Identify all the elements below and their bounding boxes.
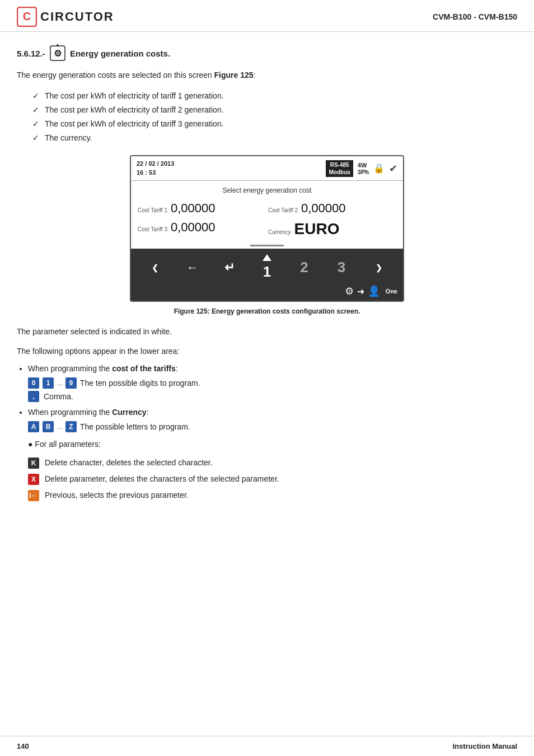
arrow-right-icon: ➜ [357, 286, 364, 297]
cost-tariff3-label: Cost Tariff 3 [138, 226, 167, 232]
key-k: K [28, 458, 39, 469]
letter-keys-row: A B ... Z The possible letters to progra… [28, 421, 517, 432]
kp-3[interactable]: 3 [331, 259, 352, 276]
key-b: B [43, 421, 54, 432]
cost-tariff1-label: Cost Tariff 1 [138, 207, 167, 213]
cost-tariff2-field: Cost Tariff 2 0,00000 [268, 201, 396, 216]
icon-item-delete-param: X Delete parameter, deletes the characte… [28, 473, 517, 485]
screen-main: Select energy generation cost Cost Tarif… [131, 181, 403, 245]
cost-tariff3-field: Cost Tariff 3 0,00000 [138, 220, 266, 238]
checklist-item: The cost per kWh of electricity of tarif… [45, 118, 517, 130]
checklist-item: The currency. [45, 132, 517, 144]
kp-2[interactable]: 2 [294, 259, 315, 276]
figure-caption: Figure 125: Energy generation costs conf… [17, 307, 517, 315]
section-icon: ▲ ⚙ [50, 45, 65, 61]
kp-right-nav[interactable]: ❯ [369, 263, 389, 272]
logo: C CIRCUTOR [17, 7, 114, 27]
cost-tariff1-value: 0,00000 [171, 201, 216, 216]
logo-text: CIRCUTOR [40, 10, 114, 24]
key-1: 1 [43, 377, 54, 389]
key-a: A [28, 421, 39, 432]
person-icon: 👤 [368, 285, 380, 297]
cost-tariff1-field: Cost Tariff 1 0,00000 [138, 201, 266, 216]
device-screen: 22 / 02 / 2013 16 : 53 RS-485 Modbus 4W … [130, 155, 404, 302]
currency-value: EURO [294, 220, 340, 238]
screen-grid: Cost Tariff 1 0,00000 Cost Tariff 2 0,00… [138, 201, 396, 238]
para1: The parameter selected is indicated in w… [17, 325, 517, 338]
logo-icon: C [17, 7, 37, 27]
key-prev: I← [28, 490, 39, 501]
kp-1[interactable]: 1 [257, 263, 277, 281]
section-number: 5.6.12.- [17, 49, 45, 58]
footer-page: 140 [17, 742, 29, 750]
checklist-item: The cost per kWh of electricity of tarif… [45, 104, 517, 116]
check-icon: ✔ [389, 162, 397, 175]
footer-manual-title: Instruction Manual [452, 742, 517, 750]
icon-item-previous: I← Previous, selects the previous parame… [28, 489, 517, 501]
checklist: The cost per kWh of electricity of tarif… [45, 90, 517, 144]
screen-datetime: 22 / 02 / 2013 16 : 53 [137, 160, 174, 177]
checklist-item: The cost per kWh of electricity of tarif… [45, 90, 517, 102]
digit-keys-row: 0 1 ... 9 The ten possible digits to pro… [28, 377, 517, 402]
kp-left-nav[interactable]: ❮ [145, 263, 165, 272]
svg-text:C: C [23, 10, 31, 22]
screen-bottom-one: One [386, 288, 397, 295]
gear-icon: ⚙ [345, 285, 354, 297]
device-screen-wrapper: 22 / 02 / 2013 16 : 53 RS-485 Modbus 4W … [17, 155, 517, 302]
section-title: Energy generation costs. [70, 49, 170, 58]
page-footer: 140 Instruction Manual [0, 736, 534, 756]
key-z: Z [65, 421, 77, 432]
bullet-tariffs: When programming the cost of the tariffs… [28, 364, 517, 402]
rs485-badge: RS-485 Modbus [326, 160, 353, 177]
screen-bottom-bar: ⚙ ➜ 👤 One [131, 283, 403, 301]
kp-undo[interactable]: ↵ [219, 260, 240, 275]
for-all-para: ● For all parameters: [28, 438, 517, 450]
bullet-currency: When programming the Currency: A B ... Z… [28, 408, 517, 432]
page-content: 5.6.12.- ▲ ⚙ Energy generation costs. Th… [0, 32, 534, 519]
icon-item-delete-char: K Delete character, deletes the selected… [28, 457, 517, 469]
key-x: X [28, 474, 39, 485]
screen-bottom-icons: ⚙ ➜ 👤 [345, 285, 380, 297]
status-4w-3ph: 4W 3Ph [358, 162, 369, 175]
screen-keypad: ❮ ← ↵ 1 2 3 ❯ ⚙ ➜ 👤 [131, 249, 403, 301]
cost-tariff3-value: 0,00000 [171, 220, 216, 235]
screen-status: RS-485 Modbus 4W 3Ph 🔒 ✔ [326, 160, 397, 177]
screen-topbar: 22 / 02 / 2013 16 : 53 RS-485 Modbus 4W … [131, 156, 403, 181]
currency-field: Currency EURO [268, 220, 396, 238]
para2: The following options appear in the lowe… [17, 345, 517, 357]
currency-label: Currency [268, 229, 291, 235]
intro-paragraph: The energy generation costs are selected… [17, 69, 517, 81]
bullets-list: When programming the cost of the tariffs… [28, 364, 517, 432]
comma-row: , Comma. [28, 391, 517, 402]
kp-separator [250, 245, 284, 246]
screen-subtitle: Select energy generation cost [138, 186, 396, 194]
kp-triangle-up [263, 254, 271, 261]
cost-tariff2-value: 0,00000 [301, 201, 346, 216]
lock-icon: 🔒 [373, 163, 385, 174]
key-9: 9 [65, 377, 77, 389]
cost-tariff2-label: Cost Tariff 2 [268, 207, 298, 213]
header-title: CVM-B100 - CVM-B150 [433, 12, 517, 21]
kp-row: ❮ ← ↵ 1 2 3 ❯ [131, 252, 403, 283]
section-heading: 5.6.12.- ▲ ⚙ Energy generation costs. [17, 45, 517, 61]
kp-backspace[interactable]: ← [182, 260, 203, 275]
key-0: 0 [28, 377, 39, 389]
page-header: C CIRCUTOR CVM-B100 - CVM-B150 [0, 0, 534, 32]
key-comma: , [28, 391, 39, 402]
